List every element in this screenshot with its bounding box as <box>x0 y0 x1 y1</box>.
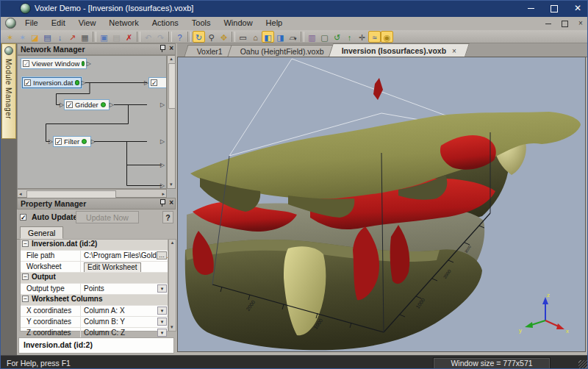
dropdown-arrow-icon[interactable]: ▾ <box>157 318 167 326</box>
rotate-tool-icon[interactable]: ↻ <box>193 31 205 43</box>
property-value[interactable]: C:\Program Files\Golden...... <box>81 251 168 261</box>
node-checkbox[interactable]: ✓ <box>66 101 73 108</box>
edit-worksheet-button[interactable]: Edit Worksheet <box>84 262 141 272</box>
property-section-0[interactable]: −Inversion.dat (id:2) <box>21 240 168 251</box>
dropdown-arrow-icon[interactable]: ▾ <box>157 284 167 293</box>
property-value[interactable]: Edit Worksheet <box>81 262 168 272</box>
refresh-network-icon[interactable]: ↺ <box>331 31 343 43</box>
help-button[interactable]: ? <box>162 211 173 223</box>
module-manager-tab[interactable]: Module Manager <box>1 43 16 139</box>
collapse-icon[interactable]: − <box>22 240 29 247</box>
panel-close-icon[interactable]: × <box>169 44 173 52</box>
toolbar-separator <box>137 32 140 42</box>
property-grid-scrollbar[interactable]: ▴▾ <box>168 239 176 332</box>
menu-network[interactable]: Network <box>102 17 145 30</box>
menu-window[interactable]: Window <box>217 17 259 30</box>
resize-grip[interactable] <box>578 360 587 369</box>
update-now-button[interactable]: Update Now <box>76 211 139 223</box>
property-value[interactable]: Column A: X▾ <box>81 306 168 316</box>
pin-icon[interactable] <box>159 44 165 52</box>
property-value[interactable]: Points▾ <box>81 284 168 294</box>
menu-file[interactable]: File <box>18 17 45 30</box>
axes-module-icon[interactable]: ✛ <box>356 31 368 43</box>
network-node-gridder[interactable]: ▷✓Gridder▷ <box>64 99 110 110</box>
save-icon[interactable]: ▤ <box>41 31 54 43</box>
viewer-3d-canvas[interactable]: 1000 2000 1000 2000 3000 z x y <box>177 57 586 352</box>
print-icon[interactable]: ▦ <box>79 31 91 43</box>
delete-icon[interactable]: ✗ <box>123 31 135 43</box>
render-module-icon[interactable]: ▢ <box>318 31 331 43</box>
property-section-3[interactable]: −Output <box>21 273 168 284</box>
dropdown-arrow-icon[interactable]: ▾ <box>157 329 167 337</box>
property-section-5[interactable]: −Worksheet Columns <box>21 295 168 306</box>
trackball-icon[interactable]: ◉ <box>381 31 393 43</box>
copy-icon[interactable]: ▣ <box>98 31 110 43</box>
menu-tools[interactable]: Tools <box>185 17 218 30</box>
application-window: Voxler Demo - [Inversion (Isosurfaces).v… <box>0 0 588 369</box>
redo-icon[interactable]: ↷ <box>154 31 167 43</box>
up-level-icon[interactable]: ↑ <box>343 31 356 43</box>
maximize-button[interactable] <box>543 1 565 16</box>
minimize-button[interactable] <box>520 1 542 16</box>
home-view-icon[interactable]: ⌂ <box>249 31 262 43</box>
collapse-icon[interactable]: − <box>22 295 29 302</box>
property-tabs: General <box>17 226 176 240</box>
output-port-icon: ▷ <box>87 61 91 67</box>
node-status-dot <box>101 102 106 107</box>
menu-actions[interactable]: Actions <box>146 17 185 30</box>
export-icon[interactable]: ↗ <box>66 31 79 43</box>
network-canvas[interactable]: ▷ ▷ ▷ ▷ ✓Viewer Window▷✓Inversion.dat▷▷✓… <box>17 55 167 189</box>
panel-close-icon[interactable]: × <box>169 198 173 207</box>
new-node-icon[interactable]: ✶ <box>16 31 29 43</box>
node-checkbox[interactable]: ✓ <box>151 79 157 86</box>
pan-tool-icon[interactable]: ✥ <box>218 31 230 43</box>
import-icon[interactable]: ↓ <box>54 31 66 43</box>
network-horizontal-scrollbar[interactable]: ◂▸ <box>17 189 167 198</box>
collapse-icon[interactable]: − <box>22 273 29 280</box>
menu-help[interactable]: Help <box>259 17 290 30</box>
browse-button[interactable]: ... <box>157 251 167 259</box>
status-window-size: Window size = 777x571 <box>433 357 551 369</box>
document-tab-1[interactable]: Oahu (HeightField).voxb <box>227 45 337 57</box>
mdi-minimize-icon[interactable] <box>543 18 553 28</box>
input-port-icon: ▷ <box>144 80 148 86</box>
auto-update-checkbox[interactable]: ✓ <box>20 214 26 221</box>
tab-close-icon[interactable]: × <box>452 47 456 55</box>
zoom-tool-icon[interactable]: ⚲ <box>205 31 218 43</box>
property-value[interactable]: Column C: Z▾ <box>81 328 168 338</box>
dropdown-arrow-icon[interactable]: ▾ <box>157 307 167 315</box>
new-network-icon[interactable]: ✶ <box>4 31 16 43</box>
network-node-filter[interactable]: ▷✓Filter▷ <box>53 136 91 147</box>
mdi-close-icon[interactable]: × <box>576 18 586 28</box>
close-button[interactable]: ✕ <box>567 1 588 16</box>
pin-icon[interactable] <box>159 198 165 207</box>
node-checkbox[interactable]: ✓ <box>24 79 31 86</box>
view-direction-icon[interactable]: ▱▾ <box>287 31 299 43</box>
section-label: Inversion.dat (id:2) <box>32 240 97 250</box>
network-vertical-scrollbar[interactable]: ▴▾ <box>167 55 176 189</box>
property-value[interactable]: Column B: Y▾ <box>81 317 168 327</box>
undo-icon[interactable]: ↶ <box>142 31 154 43</box>
network-node-viewer-window[interactable]: ✓Viewer Window▷ <box>21 58 87 69</box>
input-port-icon: ▷ <box>49 139 53 145</box>
mdi-restore-icon[interactable] <box>559 18 570 28</box>
graph-tool-icon[interactable]: ≈ <box>368 31 381 43</box>
fit-window-icon[interactable]: ▭ <box>237 31 249 43</box>
network-node-clipped[interactable]: ▷ ✓ <box>148 77 167 88</box>
network-node-inversion-dat[interactable]: ✓Inversion.dat▷ <box>22 77 82 88</box>
menu-view[interactable]: View <box>72 17 103 30</box>
voxler-sphere-icon[interactable] <box>5 18 16 29</box>
context-help-icon[interactable]: ? <box>173 31 186 43</box>
perspective-view-icon[interactable]: ◧ <box>262 31 274 43</box>
open-icon[interactable]: ◪ <box>29 31 41 43</box>
node-checkbox[interactable]: ✓ <box>23 60 29 67</box>
ortho-view-icon[interactable]: ◨ <box>274 31 287 43</box>
property-row-7: Y coordinatesColumn B: Y▾ <box>21 317 168 328</box>
node-checkbox[interactable]: ✓ <box>55 138 62 145</box>
menu-edit[interactable]: Edit <box>45 17 72 30</box>
module-copy-icon[interactable]: ▥ <box>306 31 318 43</box>
tab-general[interactable]: General <box>20 226 63 239</box>
document-tab-2[interactable]: Inversion (Isosurfaces).voxb× <box>329 43 470 57</box>
triad-x-label: x <box>566 328 569 334</box>
paste-icon[interactable]: ▤ <box>110 31 123 43</box>
